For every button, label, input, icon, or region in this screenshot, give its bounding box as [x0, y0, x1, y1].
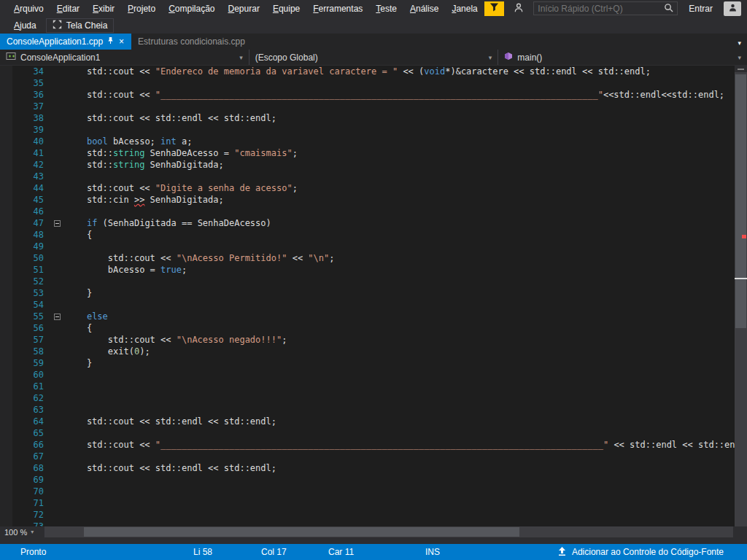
code-line[interactable]: 55 else [0, 311, 747, 322]
search-input[interactable] [538, 4, 661, 14]
code-line[interactable]: 72 [0, 509, 747, 521]
code-editor[interactable]: 34 std::cout << "Endereco de memoria da … [0, 66, 747, 526]
code-line[interactable]: 71 [0, 497, 747, 509]
horizontal-scrollbar[interactable] [45, 526, 733, 537]
fold-margin [48, 241, 66, 252]
code-line[interactable]: 56 { [0, 322, 747, 334]
code-line[interactable]: 35 [0, 77, 747, 89]
menu-item-ferramentas[interactable]: Ferramentas [306, 1, 369, 16]
tab-estruturas-condicionais-cpp[interactable]: Estruturas condicionais.cpp [131, 34, 252, 50]
code-line[interactable]: 60 [0, 369, 747, 381]
upload-arrow-icon [558, 547, 566, 558]
notifications-filter-button[interactable] [484, 1, 504, 16]
fold-margin [48, 89, 66, 101]
menu-item-analise[interactable]: Análise [403, 1, 445, 16]
tab-consoleapplication1-cpp[interactable]: ConsoleApplication1.cpp× [0, 34, 131, 50]
zoom-value: 100 % [4, 528, 27, 537]
fold-margin [48, 252, 66, 264]
code-line[interactable]: 68 std::cout << std::endl << std::endl; [0, 462, 747, 474]
editor-split-handle[interactable] [735, 66, 747, 72]
code-line[interactable]: 43 [0, 171, 747, 182]
code-line[interactable]: 64 std::cout << std::endl << std::endl; [0, 416, 747, 427]
code-line[interactable]: 49 [0, 241, 747, 252]
close-icon[interactable]: × [118, 37, 125, 46]
code-line[interactable]: 65 [0, 427, 747, 439]
line-number: 60 [0, 369, 48, 381]
code-line[interactable]: 52 [0, 276, 747, 287]
code-line[interactable]: 59 } [0, 357, 747, 369]
code-line[interactable]: 54 [0, 299, 747, 311]
line-number: 69 [0, 474, 48, 486]
code-line[interactable]: 62 [0, 392, 747, 404]
code-line[interactable]: 44 std::cout << "Digite a senha de acess… [0, 182, 747, 194]
user-avatar[interactable] [724, 1, 741, 16]
code-line[interactable]: 70 [0, 486, 747, 497]
code-line[interactable]: 67 [0, 451, 747, 462]
status-column: Col 17 [261, 544, 287, 560]
zoom-control[interactable]: 100 % ▾ [0, 526, 45, 537]
fullscreen-label: Tela Cheia [66, 20, 108, 31]
code-line[interactable]: 61 [0, 381, 747, 392]
feedback-button[interactable] [511, 1, 527, 16]
vertical-scrollbar-thumb[interactable] [735, 74, 746, 328]
code-line[interactable]: 42 std::string SenhaDigitada; [0, 159, 747, 171]
cpp-project-icon [6, 52, 16, 63]
code-text: std::string SenhaDigitada; [66, 159, 224, 171]
code-line[interactable]: 58 exit(0); [0, 346, 747, 357]
code-line[interactable]: 36 std::cout << "_______________________… [0, 89, 747, 101]
code-line[interactable]: 38 std::cout << std::endl << std::endl; [0, 112, 747, 124]
menu-item-arquivo[interactable]: Arquivo [7, 1, 50, 16]
menu-item-janela[interactable]: Janela [445, 1, 484, 16]
code-line[interactable]: 53 } [0, 287, 747, 299]
fold-collapse-icon[interactable] [54, 220, 61, 227]
tab-overflow-chevron-icon[interactable]: ▾ [738, 39, 747, 50]
line-number: 35 [0, 77, 48, 89]
code-line[interactable]: 34 std::cout << "Endereco de memoria da … [0, 66, 747, 77]
member-dropdown[interactable]: main() ▾ [498, 50, 747, 65]
menu-item-editar[interactable]: Editar [50, 1, 86, 16]
menu-item-projeto[interactable]: Projeto [121, 1, 162, 16]
code-line[interactable]: 57 std::cout << "\nAcesso negado!!!"; [0, 334, 747, 346]
line-number: 42 [0, 159, 48, 171]
code-line[interactable]: 47 if (SenhaDigitada == SenhaDeAcesso) [0, 217, 747, 229]
statusbar-gap [0, 537, 747, 544]
menu-item-exibir[interactable]: Exibir [86, 1, 121, 16]
code-line[interactable]: 41 std::string SenhaDeAcesso = "cmaismai… [0, 147, 747, 159]
add-to-source-control-button[interactable]: Adicionar ao Controle do Código-Fonte [558, 544, 724, 560]
code-line[interactable]: 45 std::cin >> SenhaDigitada; [0, 194, 747, 206]
horizontal-scrollbar-thumb[interactable] [84, 527, 519, 537]
menu-item-equipe[interactable]: Equipe [266, 1, 306, 16]
sign-in-button[interactable]: Entrar [684, 4, 717, 14]
vertical-scrollbar[interactable] [735, 66, 747, 526]
fullscreen-button[interactable]: Tela Cheia [46, 18, 115, 33]
menu-item-ajuda[interactable]: Ajuda [7, 18, 43, 33]
pin-icon[interactable] [107, 36, 114, 47]
code-line[interactable]: 39 [0, 124, 747, 136]
code-line[interactable]: 51 bAcesso = true; [0, 264, 747, 276]
code-line[interactable]: 37 [0, 101, 747, 112]
line-number: 64 [0, 416, 48, 427]
code-line[interactable]: 63 [0, 404, 747, 416]
code-line[interactable]: 40 bool bAcesso; int a; [0, 136, 747, 147]
menu-item-compilacao[interactable]: Compilação [162, 1, 221, 16]
fold-margin [48, 287, 66, 299]
fold-collapse-icon[interactable] [54, 314, 61, 320]
code-line[interactable]: 66 std::cout << "_______________________… [0, 439, 747, 451]
menu-item-depurar[interactable]: Depurar [222, 1, 266, 16]
code-text: { [66, 229, 92, 241]
project-dropdown-label: ConsoleApplication1 [20, 52, 100, 63]
code-line[interactable]: 46 [0, 206, 747, 217]
chevron-down-icon: ▾ [239, 54, 243, 61]
scope-dropdown[interactable]: (Escopo Global) ▾ [249, 50, 498, 65]
code-line[interactable]: 69 [0, 474, 747, 486]
code-line[interactable]: 48 { [0, 229, 747, 241]
project-dropdown[interactable]: ConsoleApplication1 ▾ [0, 50, 249, 65]
menu-item-teste[interactable]: Teste [369, 1, 403, 16]
code-text: std::cin >> SenhaDigitada; [66, 194, 224, 206]
line-number: 46 [0, 206, 48, 217]
line-number: 59 [0, 357, 48, 369]
code-line[interactable]: 50 std::cout << "\nAcesso Permitido!" <<… [0, 252, 747, 264]
quick-launch-search[interactable] [533, 1, 678, 15]
fold-margin [48, 334, 66, 346]
code-line[interactable]: 73 [0, 521, 747, 526]
